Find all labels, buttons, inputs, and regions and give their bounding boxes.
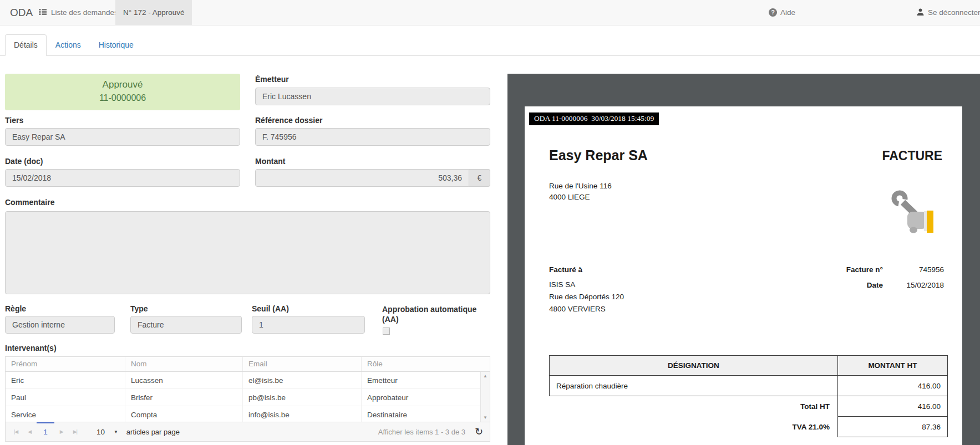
page-size-value: 10 — [97, 428, 105, 436]
reference-dossier-field[interactable] — [255, 128, 490, 146]
invoice-table-header: DÉSIGNATION MONTANT HT — [550, 356, 948, 376]
billto-line: Rue des Déportés 120 — [549, 291, 624, 303]
grid-pager: |◀ ◀ 1 ▶ ▶| 10 ▼ articles par page Affic… — [6, 422, 490, 441]
emetteur-field[interactable] — [255, 88, 490, 105]
invoice-title: FACTURE — [882, 149, 942, 163]
detail-tabstrip: Détails Actions Historique — [0, 34, 980, 56]
status-badge: Approuvé 11-0000006 — [5, 74, 240, 110]
invoice-billto-block: Facturé à ISIS SA Rue des Déportés 120 4… — [549, 264, 624, 315]
currency-addon: € — [469, 169, 490, 187]
seuil-aa-label: Seuil (AA) — [252, 304, 289, 313]
status-label: Approuvé — [5, 79, 240, 90]
pager-prev-button[interactable]: ◀ — [23, 429, 36, 434]
grid-scrollbar[interactable]: ▲ ▼ — [480, 372, 490, 422]
seuil-aa-field[interactable] — [252, 316, 365, 334]
invoice-date-label: Date — [867, 281, 883, 289]
intervenants-label: Intervenant(s) — [5, 344, 57, 352]
pager-last-button[interactable]: ▶| — [68, 429, 82, 434]
approbation-automatique-checkbox[interactable] — [383, 328, 390, 335]
col-header-nom[interactable]: Nom — [125, 357, 242, 371]
cell-role: Approbateur — [361, 389, 480, 406]
tab-actions[interactable]: Actions — [47, 34, 90, 56]
cell-prenom: Eric — [6, 372, 125, 388]
oda-stamp: ODA 11-0000006 30/03/2018 15:45:09 — [529, 112, 659, 125]
wrench-hand-logo-icon — [887, 188, 935, 238]
invoice-page: ODA 11-0000006 30/03/2018 15:45:09 Easy … — [525, 106, 962, 445]
grid-body: Eric Lucassen el@isis.be Emetteur Paul B… — [6, 372, 490, 422]
table-row[interactable]: Eric Lucassen el@isis.be Emetteur — [6, 372, 490, 389]
intervenants-grid: Prénom Nom Email Rôle Eric Lucassen el@i… — [5, 356, 490, 442]
scroll-up-icon[interactable]: ▲ — [481, 374, 490, 378]
nav-liste-des-demandes[interactable]: Liste des demandes — [31, 0, 126, 25]
billto-label: Facturé à — [549, 264, 624, 276]
col-header-email[interactable]: Email — [242, 357, 361, 371]
invoice-date-value: 15/02/2018 — [900, 281, 944, 289]
pager-info: Afficher les items 1 - 3 de 3 — [378, 428, 465, 436]
pager-next-button[interactable]: ▶ — [55, 429, 68, 434]
cell-role: Emetteur — [361, 372, 480, 388]
pager-first-button[interactable]: |◀ — [9, 429, 23, 434]
list-icon — [39, 8, 47, 17]
cell-prenom: Paul — [6, 389, 125, 406]
montant-field[interactable] — [255, 169, 469, 187]
col-header-prenom[interactable]: Prénom — [6, 357, 125, 371]
type-field[interactable] — [130, 316, 242, 334]
page-size-dropdown[interactable]: 10 ▼ articles par page — [97, 428, 180, 436]
regle-field[interactable] — [5, 316, 115, 334]
reference-dossier-label: Référence dossier — [255, 116, 322, 125]
oda-application-window: ODA Liste des demandes N° 172 - Approuvé… — [0, 0, 980, 445]
commentaire-field[interactable] — [5, 211, 490, 294]
montant-label: Montant — [255, 157, 285, 166]
cell-nom: Compta — [125, 406, 242, 423]
invoice-tva-row: TVA 21.0% 87.36 — [550, 417, 948, 437]
date-doc-field[interactable] — [5, 169, 240, 187]
tab-details[interactable]: Détails — [5, 34, 47, 56]
logout-button[interactable]: Se déconnecter (De — [908, 0, 980, 25]
billto-line: 4800 VERVIERS — [549, 303, 624, 315]
approbation-automatique-label: Approbation automatique (AA) — [382, 304, 493, 324]
cell-nom: Lucassen — [125, 372, 242, 388]
help-button[interactable]: ? Aide — [761, 0, 803, 25]
tab-historique[interactable]: Historique — [90, 34, 143, 56]
invoice-no-label: Facture n° — [846, 265, 883, 274]
tva-value: 87.36 — [838, 417, 948, 437]
total-ht-label: Total HT — [550, 396, 838, 417]
date-doc-label: Date (doc) — [5, 157, 43, 166]
designation-header: DÉSIGNATION — [550, 356, 838, 376]
invoice-lines-table: DÉSIGNATION MONTANT HT Réparation chaudi… — [549, 355, 948, 437]
scroll-down-icon[interactable]: ▼ — [481, 415, 490, 420]
tva-label: TVA 21.0% — [550, 417, 838, 437]
cell-email: info@isis.be — [242, 406, 361, 423]
type-label: Type — [130, 304, 148, 313]
tiers-field[interactable] — [5, 128, 240, 146]
invoice-meta-block: Facture n° 745956 Date 15/02/2018 — [846, 265, 944, 296]
billto-line: ISIS SA — [549, 279, 624, 291]
table-row[interactable]: Paul Brisfer pb@isis.be Approbateur — [6, 389, 490, 406]
address-line: 4000 LIEGE — [549, 192, 612, 203]
emetteur-label: Émetteur — [255, 75, 289, 84]
refresh-icon[interactable]: ↻ — [475, 427, 483, 437]
help-icon: ? — [769, 8, 777, 17]
document-preview-panel: ODA 11-0000006 30/03/2018 15:45:09 Easy … — [507, 74, 980, 445]
top-navbar: ODA Liste des demandes N° 172 - Approuvé… — [0, 0, 980, 25]
line-amount: 416.00 — [838, 376, 948, 396]
invoice-no-value: 745956 — [900, 265, 944, 274]
table-row[interactable]: Service Compta info@isis.be Destinataire — [6, 406, 490, 423]
regle-label: Règle — [5, 304, 26, 313]
tiers-label: Tiers — [5, 116, 23, 125]
invoice-total-row: Total HT 416.00 — [550, 396, 948, 417]
col-header-role[interactable]: Rôle — [361, 357, 480, 371]
nav-liste-label: Liste des demandes — [51, 8, 118, 17]
pager-page-1[interactable]: 1 — [37, 422, 54, 436]
line-designation: Réparation chaudière — [550, 376, 838, 396]
logout-label: Se déconnecter (De — [928, 8, 980, 17]
invoice-line-row: Réparation chaudière 416.00 — [550, 376, 948, 396]
address-line: Rue de l'Usine 116 — [549, 181, 612, 192]
invoice-company-name: Easy Repar SA — [549, 147, 648, 163]
montant-ht-header: MONTANT HT — [838, 356, 948, 376]
nav-demande-172-tab[interactable]: N° 172 - Approuvé — [115, 0, 192, 25]
nav-active-label: N° 172 - Approuvé — [123, 8, 184, 17]
commentaire-label: Commentaire — [5, 198, 54, 207]
cell-role: Destinataire — [361, 406, 480, 423]
status-number: 11-0000006 — [5, 93, 240, 103]
